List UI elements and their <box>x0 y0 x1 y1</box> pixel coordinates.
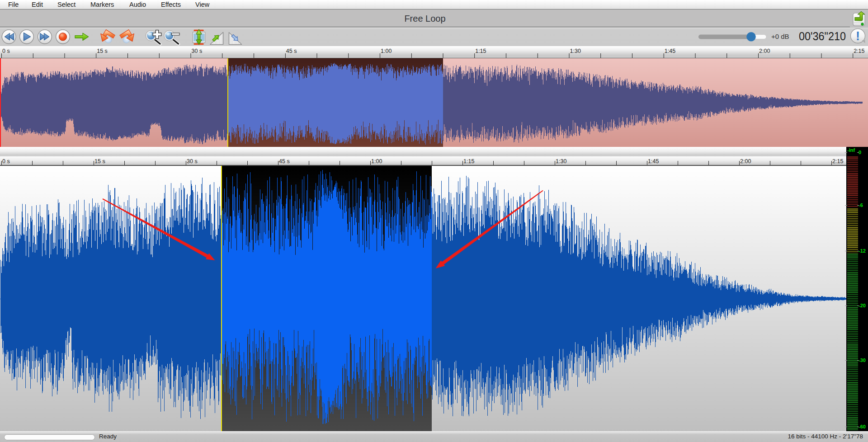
svg-text:2:15: 2:15 <box>854 48 864 54</box>
svg-text:0 s: 0 s <box>2 158 10 165</box>
svg-text:0 s: 0 s <box>2 48 10 54</box>
svg-text:1:00: 1:00 <box>381 48 392 54</box>
svg-text:1:15: 1:15 <box>463 158 474 165</box>
svg-text:15 s: 15 s <box>97 48 108 54</box>
svg-text:1:00: 1:00 <box>371 158 382 165</box>
svg-text:15 s: 15 s <box>94 158 105 165</box>
svg-text:45 s: 45 s <box>286 48 297 54</box>
svg-text:30 s: 30 s <box>192 48 203 54</box>
svg-text:1:30: 1:30 <box>570 48 581 54</box>
svg-text:1:45: 1:45 <box>665 48 675 54</box>
svg-text:1:45: 1:45 <box>648 158 659 165</box>
svg-text:30 s: 30 s <box>187 158 198 165</box>
svg-text:!: ! <box>856 29 860 43</box>
svg-text:1:15: 1:15 <box>475 48 486 54</box>
svg-text:00'36"210: 00'36"210 <box>799 29 846 43</box>
svg-text:2:15: 2:15 <box>832 158 843 165</box>
svg-text:+0 dB: +0 dB <box>771 33 789 40</box>
svg-text:2:00: 2:00 <box>740 158 751 165</box>
svg-text:45 s: 45 s <box>279 158 290 165</box>
svg-text:1:30: 1:30 <box>556 158 566 165</box>
svg-text:2:00: 2:00 <box>759 48 770 54</box>
